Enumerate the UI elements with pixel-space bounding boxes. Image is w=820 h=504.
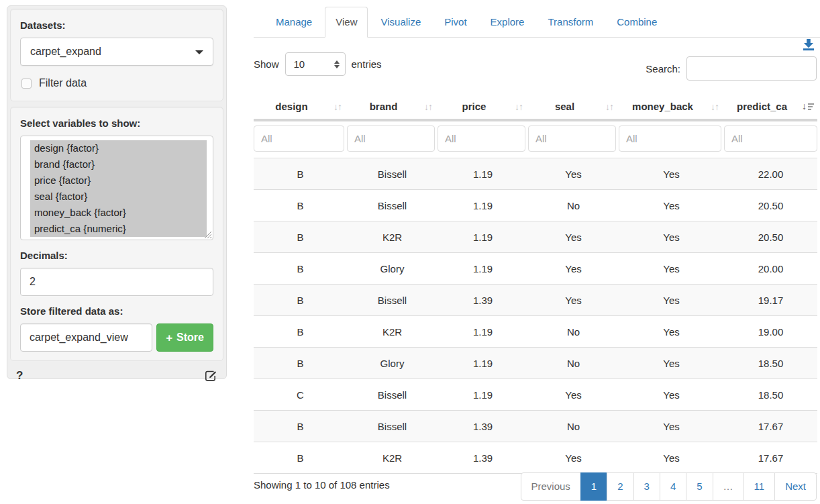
entries-label: entries <box>352 58 382 70</box>
dataset-select[interactable]: carpet_expand <box>20 38 213 66</box>
page-previous[interactable]: Previous <box>521 472 581 501</box>
filter-input-design[interactable] <box>254 125 344 152</box>
filter-input-seal[interactable] <box>528 125 616 152</box>
cell-predict-ca: 20.00 <box>724 253 817 285</box>
cell-price: 1.39 <box>438 411 528 442</box>
sort-both-icon: ↓↑ <box>711 101 719 112</box>
store-name-input[interactable] <box>20 323 152 352</box>
tab-combine[interactable]: Combine <box>606 7 668 38</box>
cell-money-back: Yes <box>619 379 724 411</box>
cell-predict-ca: 22.00 <box>724 158 817 190</box>
tab-pivot[interactable]: Pivot <box>433 7 477 38</box>
column-header-price[interactable]: price ↓↑ ↓ <box>438 93 528 120</box>
cell-price: 1.19 <box>438 158 528 190</box>
column-header-predict-ca[interactable]: predict_ca ↓↑ ↓ <box>724 93 817 120</box>
column-header-money-back[interactable]: money_back ↓↑ ↓ <box>619 93 724 120</box>
cell-predict-ca: 19.17 <box>724 285 817 316</box>
table-row[interactable]: B Bissell 1.39 Yes Yes 19.17 <box>254 285 817 316</box>
cell-money-back: Yes <box>619 316 724 348</box>
variable-option[interactable]: design {factor} <box>30 140 207 156</box>
cell-price: 1.19 <box>438 190 528 221</box>
filter-input-price[interactable] <box>438 125 525 152</box>
cell-predict-ca: 20.50 <box>724 221 817 253</box>
filter-data-label: Filter data <box>39 77 87 89</box>
page-4[interactable]: 4 <box>660 472 686 501</box>
cell-brand: Glory <box>347 253 438 285</box>
table-row[interactable]: C Bissell 1.19 Yes Yes 18.50 <box>254 379 817 411</box>
variable-option[interactable]: price {factor} <box>30 172 207 189</box>
page-next[interactable]: Next <box>774 472 817 501</box>
table-row[interactable]: B Bissell 1.19 No Yes 20.50 <box>254 190 817 221</box>
help-icon[interactable]: ? <box>16 369 23 383</box>
cell-design: B <box>254 442 347 474</box>
variable-option[interactable]: seal {factor} <box>30 189 207 205</box>
column-header-brand[interactable]: brand ↓↑ ↓ <box>347 93 438 120</box>
table-row[interactable]: B Bissell 1.39 No Yes 17.67 <box>254 411 817 442</box>
variable-option[interactable]: brand {factor} <box>30 156 207 172</box>
decimals-input[interactable] <box>20 268 213 296</box>
download-icon[interactable] <box>802 38 815 51</box>
column-header-seal[interactable]: seal ↓↑ ↓ <box>528 93 619 120</box>
page-length-value: 10 <box>294 58 305 70</box>
cell-predict-ca: 17.67 <box>724 411 817 442</box>
pagination: Previous 1 2 3 4 5 … 11 Next <box>521 472 817 501</box>
filter-data-checkbox[interactable] <box>21 79 32 89</box>
edit-report-icon[interactable] <box>205 370 217 383</box>
cell-predict-ca: 18.50 <box>724 379 817 411</box>
column-label: design <box>275 101 307 112</box>
variable-option[interactable]: predict_ca {numeric} <box>30 221 207 237</box>
cell-brand: Bissell <box>347 190 438 221</box>
table-row[interactable]: B K2R 1.39 Yes Yes 17.67 <box>254 442 817 474</box>
table-row[interactable]: B K2R 1.19 No Yes 19.00 <box>254 316 817 348</box>
sidebar-footer: ? <box>10 366 223 385</box>
cell-design: B <box>254 190 347 221</box>
variable-option[interactable]: money_back {factor} <box>30 205 207 221</box>
table-row[interactable]: B Glory 1.19 Yes Yes 20.00 <box>254 253 817 285</box>
cell-brand: Bissell <box>347 379 438 411</box>
cell-seal: Yes <box>528 158 619 190</box>
plus-icon: + <box>166 332 172 344</box>
filter-input-money-back[interactable] <box>619 125 721 152</box>
cell-price: 1.19 <box>438 221 528 253</box>
cell-predict-ca: 18.50 <box>724 348 817 379</box>
search-control: Search: <box>646 56 817 81</box>
tab-bar: Manage View Visualize Pivot Explore Tran… <box>254 7 820 38</box>
search-label: Search: <box>646 63 680 74</box>
page-3[interactable]: 3 <box>633 472 660 501</box>
tab-list: Manage View Visualize Pivot Explore Tran… <box>265 7 670 37</box>
page-length-select[interactable]: 10 <box>285 52 346 76</box>
cell-brand: Bissell <box>347 158 438 190</box>
filter-data-row: Filter data <box>21 77 212 89</box>
filter-input-predict-ca[interactable] <box>724 125 817 152</box>
page-5[interactable]: 5 <box>686 472 713 501</box>
cell-price: 1.19 <box>438 379 528 411</box>
search-input[interactable] <box>686 56 817 81</box>
tab-view[interactable]: View <box>325 7 368 38</box>
datasets-label: Datasets: <box>20 19 213 31</box>
cell-predict-ca: 19.00 <box>724 316 817 348</box>
tab-manage[interactable]: Manage <box>265 7 323 38</box>
page-1[interactable]: 1 <box>580 472 607 501</box>
page-11[interactable]: 11 <box>744 472 776 501</box>
cell-seal: Yes <box>528 221 619 253</box>
table-row[interactable]: B Bissell 1.19 Yes Yes 22.00 <box>254 158 817 190</box>
cell-money-back: Yes <box>619 221 724 253</box>
cell-price: 1.39 <box>438 442 528 474</box>
cell-brand: Bissell <box>347 411 438 442</box>
cell-predict-ca: 20.50 <box>724 190 817 221</box>
stepper-arrows-icon <box>334 60 340 68</box>
variables-listbox[interactable]: design {factor} brand {factor} price {fa… <box>20 136 213 240</box>
page-ellipsis[interactable]: … <box>713 472 744 501</box>
tab-transform[interactable]: Transform <box>537 7 604 38</box>
store-button-label: Store <box>176 332 204 344</box>
tab-visualize[interactable]: Visualize <box>370 7 431 38</box>
page-2[interactable]: 2 <box>607 472 633 501</box>
tab-explore[interactable]: Explore <box>480 7 535 38</box>
table-row[interactable]: B K2R 1.19 Yes Yes 20.50 <box>254 221 817 253</box>
table-row[interactable]: B Glory 1.19 No Yes 18.50 <box>254 348 817 379</box>
filter-input-brand[interactable] <box>347 125 435 152</box>
sort-both-icon: ↓↑ <box>605 101 613 112</box>
column-header-design[interactable]: design ↓↑ ↓ <box>254 93 347 120</box>
store-button[interactable]: + Store <box>156 323 213 352</box>
header-row: design ↓↑ ↓ brand ↓↑ ↓ <box>254 93 817 120</box>
